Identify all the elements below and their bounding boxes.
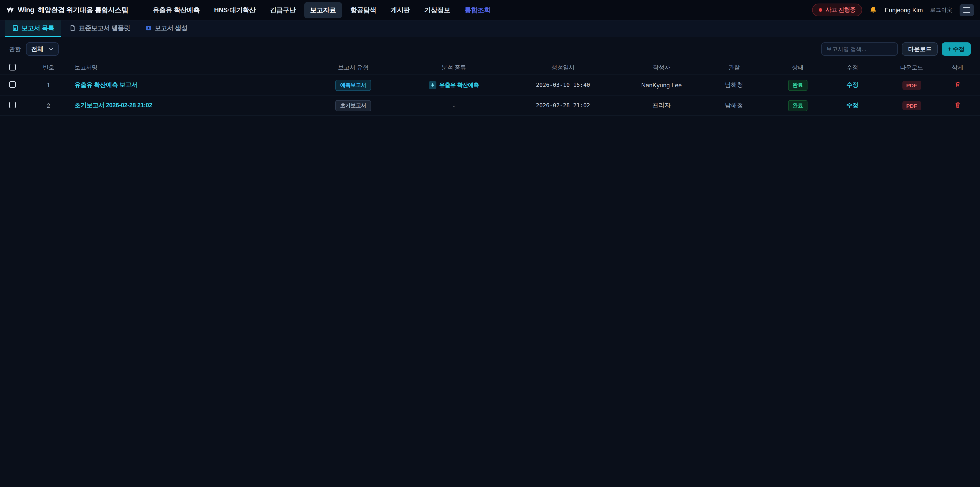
jurisdiction-value: 남해청 [689,101,779,110]
incident-dot-icon [819,8,822,12]
header-jurisdiction: 관할 [689,64,779,71]
report-search-input[interactable] [821,42,898,56]
row-checkbox[interactable] [9,81,16,88]
report-name-link[interactable]: 초기보고서 2026-02-28 21:02 [75,102,152,109]
table-header-row: 번호 보고서명 보고서 유형 분석 종류 생성일시 작성자 관할 상태 수정 다… [0,60,980,75]
logout-button[interactable]: 로그아웃 [930,6,953,14]
edit-link[interactable]: 수정 [846,81,859,88]
nav-item-board[interactable]: 게시판 [384,2,416,18]
filter-toolbar: 관할 전체 다운로드 + 수정 [0,37,980,60]
hamburger-menu-button[interactable] [959,4,974,16]
delete-button[interactable] [954,81,961,88]
tab-standard-template[interactable]: 표준보고서 템플릿 [62,21,137,37]
trash-icon [954,81,961,88]
status-badge: 완료 [788,100,808,111]
topbar-right: 사고 진행중 Eunjeong Kim 로그아웃 [812,3,974,16]
nav-item-oil-spill[interactable]: 유출유 확산예측 [146,2,206,18]
wing-logo-icon [6,6,14,14]
pdf-download-button[interactable]: PDF [902,101,921,110]
app-title: 해양환경 위기대응 통합시스템 [38,5,128,14]
nav-item-rescue[interactable]: 긴급구난 [264,2,302,18]
tab-report-list[interactable]: 보고서 목록 [5,21,61,37]
app-root: Wing 해양환경 위기대응 통합시스템 유출유 확산예측 HNS·대기확산 긴… [0,0,980,487]
select-all-checkbox[interactable] [9,64,16,70]
empty-content-area [0,116,980,487]
header-status: 상태 [779,64,817,71]
report-type-badge: 초기보고서 [336,100,371,111]
header-download: 다운로드 [888,64,935,71]
analysis-type: 유출유 확산예측 [428,81,479,89]
document-template-icon [69,25,76,31]
report-tabs: 보고서 목록 표준보고서 템플릿 보고서 생성 [0,21,980,37]
analysis-type: - [415,102,492,109]
main-nav: 유출유 확산예측 HNS·대기확산 긴급구난 보고자료 항공탐색 게시판 기상정… [146,2,496,18]
table-row: 1 유출유 확산예측 보고서 예측보고서 유출유 확산예측 2026-03-10… [0,75,980,96]
nav-item-weather[interactable]: 기상정보 [418,2,457,18]
jurisdiction-select[interactable]: 전체 [26,42,59,56]
report-table: 번호 보고서명 보고서 유형 분석 종류 생성일시 작성자 관할 상태 수정 다… [0,60,980,116]
analysis-type-label: 유출유 확산예측 [439,81,479,89]
bell-icon [870,6,878,14]
delete-button[interactable] [954,101,961,108]
droplet-icon [428,81,436,89]
report-type-badge: 예측보고서 [336,80,371,91]
jurisdiction-value: 남해청 [689,81,779,89]
tab-create-report[interactable]: 보고서 생성 [138,21,194,37]
header-delete: 삭제 [935,64,980,71]
nav-item-hns[interactable]: HNS·대기확산 [208,2,262,18]
row-checkbox[interactable] [9,101,16,108]
report-name-link[interactable]: 유출유 확산예측 보고서 [75,81,137,88]
document-list-icon [12,25,18,31]
header-author: 작성자 [634,64,689,71]
chevron-down-icon [48,46,54,51]
header-name: 보고서명 [67,64,291,71]
incident-status-badge[interactable]: 사고 진행중 [812,3,862,16]
incident-status-label: 사고 진행중 [826,6,856,14]
notifications-button[interactable] [870,6,878,14]
row-number: 1 [30,81,67,89]
author-name: 관리자 [634,101,689,110]
trash-icon [954,101,961,108]
author-name: NanKyung Lee [634,81,689,89]
download-button[interactable]: 다운로드 [902,42,938,56]
header-created: 생성일시 [492,64,634,71]
create-report-icon [145,25,151,31]
jurisdiction-select-value: 전체 [31,45,43,53]
brand-name: Wing [18,6,34,14]
created-datetime: 2026-03-10 15:40 [492,82,634,88]
row-number: 2 [30,102,67,109]
tab-report-list-label: 보고서 목록 [21,24,54,32]
status-badge: 완료 [788,80,808,91]
header-edit: 수정 [817,64,888,71]
tab-standard-template-label: 표준보고서 템플릿 [79,24,130,32]
nav-item-integrated-search[interactable]: 통합조회 [458,2,496,18]
jurisdiction-filter-label: 관할 [9,45,21,53]
filter-right-group: 다운로드 + 수정 [821,42,971,56]
brand-logo[interactable]: Wing 해양환경 위기대응 통합시스템 [6,5,128,14]
add-edit-button[interactable]: + 수정 [942,42,971,56]
table-row: 2 초기보고서 2026-02-28 21:02 초기보고서 - 2026-02… [0,96,980,116]
created-datetime: 2026-02-28 21:02 [492,102,634,109]
header-no: 번호 [30,64,67,71]
top-navigation-bar: Wing 해양환경 위기대응 통합시스템 유출유 확산예측 HNS·대기확산 긴… [0,0,980,21]
pdf-download-button[interactable]: PDF [902,80,921,89]
tab-create-report-label: 보고서 생성 [155,24,187,32]
nav-item-reports[interactable]: 보고자료 [304,2,342,18]
nav-item-aerial-search[interactable]: 항공탐색 [344,2,383,18]
user-name: Eunjeong Kim [885,6,923,14]
edit-link[interactable]: 수정 [846,102,859,109]
header-type: 보고서 유형 [291,64,415,71]
hamburger-icon [963,7,970,8]
header-analysis: 분석 종류 [415,64,492,71]
